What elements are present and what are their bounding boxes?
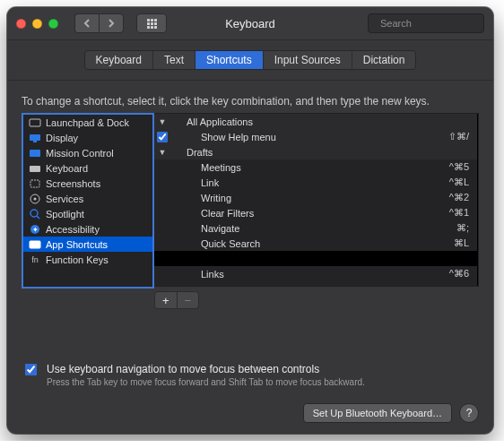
shortcut-row[interactable]: Clear Filters^⌘1 [154, 205, 478, 220]
category-spotlight[interactable]: Spotlight [23, 206, 152, 221]
category-icon [29, 163, 41, 174]
svg-rect-5 [30, 150, 40, 157]
shortcut-keys: ^⌘6 [449, 268, 478, 280]
shortcut-row[interactable]: Link^⌘L [154, 175, 478, 190]
category-display[interactable]: Display [23, 130, 152, 145]
shortcut-row[interactable]: Links^⌘6 [154, 266, 478, 281]
disclosure-triangle-icon: ▼ [158, 148, 167, 157]
grid-icon [147, 19, 157, 29]
shortcut-row[interactable]: Quick Search⌘L [154, 236, 478, 251]
shortcut-row[interactable]: Meetings^⌘5 [154, 159, 478, 175]
search-input[interactable] [378, 17, 493, 30]
category-icon: fn [29, 254, 41, 265]
section-label: All Applications [187, 116, 253, 127]
category-label: Mission Control [46, 148, 114, 159]
shortcut-label: Clear Filters [170, 208, 449, 219]
tab-input-sources[interactable]: Input Sources [264, 51, 352, 69]
section-label: Drafts [187, 147, 213, 158]
shortcut-label: Links [170, 269, 449, 280]
category-label: Spotlight [46, 209, 84, 220]
zoom-window-button[interactable] [48, 19, 58, 29]
category-keyboard[interactable]: Keyboard [23, 160, 152, 176]
shortcut-label: Navigate [170, 223, 456, 234]
help-button[interactable]: ? [459, 403, 479, 423]
titlebar: Keyboard [7, 7, 493, 40]
category-label: Accessibility [46, 224, 100, 235]
shortcut-checkbox[interactable] [157, 132, 168, 142]
forward-button[interactable] [99, 13, 124, 33]
category-launchpad-dock[interactable]: Launchpad & Dock [23, 115, 152, 130]
shortcut-label: Show Help menu [170, 132, 448, 142]
svg-point-10 [30, 210, 38, 217]
svg-line-11 [37, 216, 39, 219]
category-mission-control[interactable]: Mission Control [23, 145, 152, 160]
section-all-applications[interactable]: ▼All Applications [154, 114, 478, 129]
back-button[interactable] [74, 13, 99, 33]
category-label: Launchpad & Dock [46, 117, 129, 128]
category-list[interactable]: Launchpad & DockDisplayMission ControlKe… [22, 113, 154, 289]
close-window-button[interactable] [16, 19, 26, 29]
tab-shortcuts[interactable]: Shortcuts [196, 51, 264, 69]
shortcut-keys: ^⌘L [449, 177, 478, 188]
tabs-row: KeyboardTextShortcutsInput SourcesDictat… [7, 40, 493, 81]
svg-rect-3 [30, 134, 40, 141]
show-all-button[interactable] [136, 13, 167, 33]
category-label: Screenshots [46, 178, 100, 189]
add-button[interactable]: + [155, 292, 178, 308]
svg-rect-7 [30, 180, 39, 187]
remove-button[interactable]: − [178, 292, 199, 308]
keyboard-nav-sub: Press the Tab key to move focus forward … [47, 377, 365, 387]
category-screenshots[interactable]: Screenshots [23, 176, 152, 191]
category-icon [29, 178, 41, 189]
category-label: Keyboard [46, 163, 88, 174]
shortcut-row-empty[interactable] [154, 251, 478, 266]
svg-rect-2 [30, 119, 40, 126]
category-services[interactable]: Services [23, 191, 152, 206]
traffic-lights [16, 19, 58, 29]
category-icon [29, 133, 41, 143]
panes: Launchpad & DockDisplayMission ControlKe… [22, 113, 479, 289]
section-drafts[interactable]: ▼Drafts [154, 144, 478, 159]
shortcut-keys: ^⌘5 [449, 161, 478, 173]
shortcut-label: Meetings [170, 162, 449, 173]
category-app-shortcuts[interactable]: App Shortcuts [23, 237, 152, 252]
category-label: Display [46, 133, 78, 143]
shortcut-keys: ⌘; [456, 222, 478, 234]
category-icon [29, 209, 41, 220]
category-function-keys[interactable]: fnFunction Keys [23, 252, 152, 267]
nav-buttons [74, 13, 124, 33]
shortcut-keys: ⌘L [454, 237, 478, 249]
category-icon: ✦ [29, 224, 41, 235]
tab-dictation[interactable]: Dictation [352, 51, 416, 69]
category-icon [29, 117, 41, 128]
svg-rect-6 [30, 166, 40, 172]
bottom-row: Set Up Bluetooth Keyboard… ? [22, 403, 479, 423]
footer-option: Use keyboard navigation to move focus be… [22, 363, 479, 387]
shortcut-row[interactable]: Show Help menu⇧⌘/ [154, 129, 478, 144]
disclosure-triangle-icon: ▼ [158, 117, 167, 126]
preferences-window: Keyboard KeyboardTextShortcutsInput Sour… [7, 7, 493, 434]
shortcut-label: Link [170, 177, 449, 188]
category-label: App Shortcuts [46, 239, 108, 250]
keyboard-nav-checkbox[interactable] [25, 364, 37, 375]
category-icon [29, 239, 41, 250]
shortcut-row[interactable]: Writing^⌘2 [154, 190, 478, 205]
category-label: Function Keys [46, 254, 109, 265]
tab-keyboard[interactable]: Keyboard [85, 51, 153, 69]
shortcut-keys: ⇧⌘/ [448, 131, 478, 142]
minimize-window-button[interactable] [32, 19, 42, 29]
search-field[interactable] [368, 13, 484, 33]
hint-text: To change a shortcut, select it, click t… [22, 95, 479, 108]
category-icon [29, 148, 41, 159]
tabs-segmented: KeyboardTextShortcutsInput SourcesDictat… [84, 50, 417, 70]
svg-rect-14 [30, 241, 40, 248]
svg-point-9 [34, 197, 37, 200]
body: To change a shortcut, select it, click t… [7, 81, 493, 434]
shortcut-list[interactable]: ▼All ApplicationsShow Help menu⇧⌘/▼Draft… [154, 113, 479, 287]
tab-text[interactable]: Text [153, 51, 196, 69]
setup-bluetooth-button[interactable]: Set Up Bluetooth Keyboard… [303, 403, 452, 423]
category-accessibility[interactable]: ✦Accessibility [23, 221, 152, 237]
svg-text:✦: ✦ [32, 226, 39, 234]
shortcut-row[interactable]: Navigate⌘; [154, 220, 478, 236]
keyboard-nav-label: Use keyboard navigation to move focus be… [47, 363, 365, 375]
